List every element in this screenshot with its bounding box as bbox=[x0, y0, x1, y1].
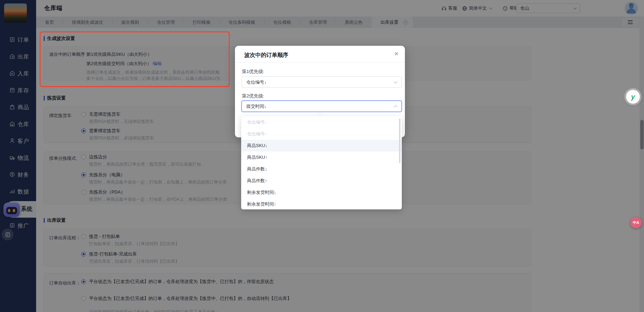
chevron-down-icon bbox=[394, 80, 397, 83]
dropdown-option[interactable]: 仓位编号↓ bbox=[241, 116, 402, 128]
dropdown-option[interactable]: 商品件数↑ bbox=[241, 175, 402, 187]
priority2-select[interactable]: 提交时间↓ bbox=[242, 101, 402, 112]
priority2-select-value: 提交时间↓ bbox=[246, 103, 267, 110]
dropdown-option[interactable]: 剩余发货时间↓ bbox=[241, 187, 402, 198]
translate-icon: 中A bbox=[633, 220, 639, 225]
translate-float-button[interactable]: 中A bbox=[630, 217, 642, 228]
dropdown-option[interactable]: 仓位编号↑ bbox=[241, 128, 402, 140]
app-root: 订单 出库 入库 库存 商品 仓库 客户 物流 bbox=[0, 0, 644, 312]
dropdown-option[interactable]: 剩余发货时间↑ bbox=[241, 198, 402, 209]
priority2-dropdown: 仓位编号↓ 仓位编号↑ 商品SKU↓ 商品SKU↑ 商品件数↓ 商品件数↑ 剩余… bbox=[241, 116, 402, 209]
priority1-label: 第1优先级: bbox=[242, 69, 264, 75]
dropdown-option[interactable]: 商品SKU↑ bbox=[241, 152, 402, 163]
priority2-label: 第2优先级: bbox=[242, 93, 264, 99]
dropdown-option[interactable]: 商品SKU↓ bbox=[241, 140, 402, 152]
y-logo-icon: y bbox=[631, 93, 635, 101]
priority1-select[interactable]: 仓位编号↓ bbox=[242, 76, 402, 88]
dropdown-scrollbar-thumb[interactable] bbox=[399, 118, 400, 163]
dropdown-option[interactable]: 商品件数↓ bbox=[241, 163, 402, 175]
close-icon[interactable]: ✕ bbox=[394, 51, 399, 57]
modal-title: 波次中的订单顺序 bbox=[244, 52, 288, 59]
assistant-float-button[interactable]: y bbox=[626, 90, 640, 104]
modal-divider bbox=[235, 62, 405, 63]
priority1-select-value: 仓位编号↓ bbox=[246, 79, 267, 85]
chevron-up-icon bbox=[394, 105, 397, 109]
